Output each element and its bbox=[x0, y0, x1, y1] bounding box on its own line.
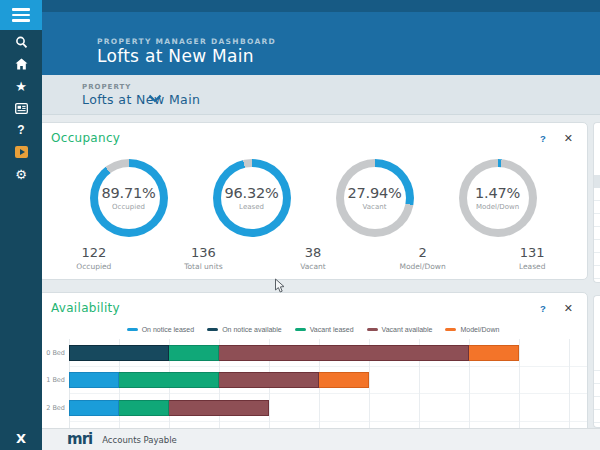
availability-card: Availability ? ✕ On notice leasedOn noti… bbox=[38, 292, 588, 450]
stat-value: 122 bbox=[39, 245, 149, 260]
home-icon[interactable] bbox=[0, 53, 42, 75]
donut-center: 1.47%Model/Down bbox=[467, 167, 529, 229]
clipped-card-right-top bbox=[593, 122, 600, 283]
question-icon[interactable]: ? bbox=[0, 119, 42, 141]
stat-value: 136 bbox=[149, 245, 259, 260]
bar-segment[interactable] bbox=[119, 372, 219, 388]
donut-center: 96.32%Leased bbox=[221, 167, 283, 229]
table-row: 1 Bed bbox=[43, 367, 584, 395]
occupancy-donuts: 89.71%Occupied96.32%Leased27.94%Vacant1.… bbox=[39, 159, 587, 237]
donut-gauge[interactable]: 89.71%Occupied bbox=[90, 159, 168, 237]
bar-track bbox=[69, 400, 269, 416]
bar-segment[interactable] bbox=[169, 400, 269, 416]
donut-gauge[interactable]: 1.47%Model/Down bbox=[459, 159, 537, 237]
category-label: 0 Bed bbox=[43, 349, 65, 357]
legend-marker-icon bbox=[445, 328, 456, 331]
close-icon[interactable]: ✕ bbox=[564, 303, 573, 314]
stat-label: Model/Down bbox=[368, 262, 478, 271]
donut-gauge[interactable]: 27.94%Vacant bbox=[336, 159, 414, 237]
legend-item[interactable]: Vacant available bbox=[367, 326, 433, 333]
donut-percentage: 96.32% bbox=[224, 185, 278, 201]
availability-legend: On notice leasedOn notice availableVacan… bbox=[39, 326, 587, 333]
top-strip bbox=[42, 0, 600, 12]
bar-segment[interactable] bbox=[219, 372, 319, 388]
mri-logo: mri bbox=[67, 432, 92, 447]
menu-icon[interactable] bbox=[0, 0, 42, 30]
help-icon[interactable]: ? bbox=[540, 133, 546, 144]
stat-label: Vacant bbox=[258, 262, 368, 271]
stat-label: Occupied bbox=[39, 262, 149, 271]
legend-label: On notice available bbox=[222, 326, 282, 333]
bar-segment[interactable] bbox=[69, 345, 169, 361]
legend-item[interactable]: On notice available bbox=[207, 326, 282, 333]
donut-label: Leased bbox=[239, 203, 264, 211]
close-icon[interactable]: ✕ bbox=[564, 133, 573, 144]
bar-segment[interactable] bbox=[469, 345, 519, 361]
property-label: PROPERTY bbox=[82, 83, 131, 91]
stat-item: 136Total units bbox=[149, 245, 259, 271]
donut-center: 27.94%Vacant bbox=[344, 167, 406, 229]
bar-track bbox=[69, 345, 519, 361]
legend-label: On notice leased bbox=[142, 326, 195, 333]
star-icon[interactable]: ★ bbox=[0, 75, 42, 97]
legend-label: Model/Down bbox=[460, 326, 499, 333]
occupancy-card: Occupancy ? ✕ 89.71%Occupied96.32%Leased… bbox=[38, 122, 588, 280]
legend-item[interactable]: Model/Down bbox=[445, 326, 499, 333]
bar-segment[interactable] bbox=[69, 400, 119, 416]
newspaper-icon[interactable] bbox=[0, 97, 42, 119]
stat-value: 2 bbox=[368, 245, 478, 260]
legend-label: Vacant available bbox=[382, 326, 433, 333]
table-row: 2 Bed bbox=[43, 394, 584, 422]
legend-marker-icon bbox=[207, 328, 218, 331]
footer-bar: mri Accounts Payable bbox=[42, 428, 600, 450]
availability-chart-rows: 0 Bed1 Bed2 Bed bbox=[43, 339, 584, 422]
clipped-card-right-bottom bbox=[593, 295, 600, 428]
sidebar-nav: ★ ? ⚙ bbox=[0, 31, 42, 185]
stat-value: 38 bbox=[258, 245, 368, 260]
bar-track bbox=[69, 372, 369, 388]
donut-gauge[interactable]: 96.32%Leased bbox=[213, 159, 291, 237]
bar-segment[interactable] bbox=[119, 400, 169, 416]
breadcrumb: PROPERTY MANAGER DASHBOARD bbox=[97, 37, 276, 46]
stat-item: 131Leased bbox=[477, 245, 587, 271]
availability-title: Availability bbox=[51, 301, 120, 315]
stat-item: 122Occupied bbox=[39, 245, 149, 271]
legend-item[interactable]: Vacant leased bbox=[295, 326, 354, 333]
bar-segment[interactable] bbox=[69, 372, 119, 388]
video-training-icon[interactable] bbox=[0, 141, 42, 163]
stat-item: 2Model/Down bbox=[368, 245, 478, 271]
property-select[interactable]: Lofts at New Main bbox=[82, 92, 200, 107]
category-label: 1 Bed bbox=[43, 376, 65, 384]
bar-segment[interactable] bbox=[169, 345, 219, 361]
stat-label: Leased bbox=[477, 262, 587, 271]
page-title: Lofts at New Main bbox=[97, 46, 254, 66]
legend-marker-icon bbox=[367, 328, 378, 331]
help-icon[interactable]: ? bbox=[540, 303, 546, 314]
chevron-down-icon[interactable] bbox=[148, 94, 162, 103]
availability-card-header: Availability ? ✕ bbox=[39, 293, 587, 315]
table-row: 0 Bed bbox=[43, 339, 584, 367]
legend-item[interactable]: On notice leased bbox=[127, 326, 195, 333]
legend-label: Vacant leased bbox=[310, 326, 354, 333]
search-icon[interactable] bbox=[0, 31, 42, 53]
legend-marker-icon bbox=[295, 328, 306, 331]
bar-segment[interactable] bbox=[319, 372, 369, 388]
donut-percentage: 1.47% bbox=[475, 185, 520, 201]
occupancy-stats: 122Occupied136Total units38Vacant2Model/… bbox=[39, 245, 587, 271]
stat-value: 131 bbox=[477, 245, 587, 260]
sidebar: ★ ? ⚙ X bbox=[0, 0, 42, 450]
donut-center: 89.71%Occupied bbox=[98, 167, 160, 229]
donut-label: Model/Down bbox=[476, 203, 519, 211]
occupancy-title: Occupancy bbox=[51, 131, 120, 145]
donut-percentage: 89.71% bbox=[101, 185, 155, 201]
bar-segment[interactable] bbox=[219, 345, 469, 361]
property-selector-bar: PROPERTY Lofts at New Main bbox=[42, 75, 600, 115]
stat-label: Total units bbox=[149, 262, 259, 271]
stat-item: 38Vacant bbox=[258, 245, 368, 271]
legend-marker-icon bbox=[127, 328, 138, 331]
category-label: 2 Bed bbox=[43, 404, 65, 412]
donut-label: Vacant bbox=[363, 203, 387, 211]
donut-percentage: 27.94% bbox=[347, 185, 401, 201]
brand-x-logo: X bbox=[0, 428, 42, 448]
gear-icon[interactable]: ⚙ bbox=[0, 163, 42, 185]
